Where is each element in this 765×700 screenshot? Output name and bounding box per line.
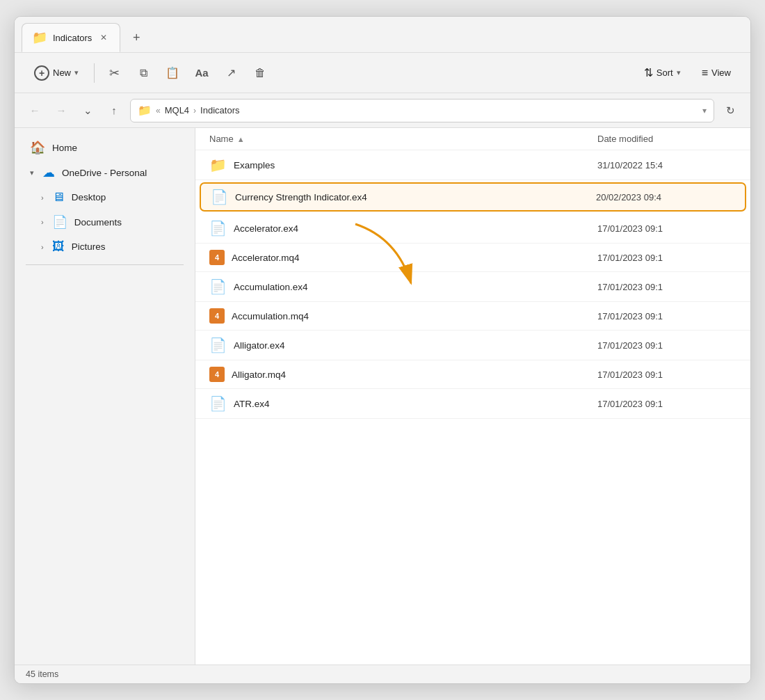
sidebar-divider (26, 264, 184, 265)
table-row[interactable]: 4Alligator.mq417/01/2023 09:1 (195, 360, 750, 389)
sidebar: 🏠 Home ▾ ☁ OneDrive - Personal › 🖥 Deskt… (15, 128, 195, 665)
desktop-expand-icon: › (41, 193, 44, 202)
desktop-icon: 🖥 (52, 190, 65, 205)
file-name: Accumulation.mq4 (232, 311, 590, 321)
file-icon: 📄 (209, 395, 227, 412)
onedrive-icon: ☁ (42, 165, 55, 180)
breadcrumb-separator-1: « (156, 106, 161, 116)
file-name: Currency Strength Indicator.ex4 (235, 192, 589, 202)
file-date: 31/10/2022 15:4 (597, 160, 736, 170)
new-plus-icon: + (34, 65, 49, 81)
sidebar-item-home-label: Home (52, 143, 77, 153)
view-button[interactable]: ≡ View (693, 63, 739, 83)
status-text: 45 items (26, 669, 58, 679)
pictures-expand-icon: › (41, 243, 44, 251)
rename-icon: Aa (195, 67, 208, 79)
sidebar-item-onedrive[interactable]: ▾ ☁ OneDrive - Personal (19, 160, 191, 185)
paste-icon: 📋 (166, 66, 179, 79)
table-row[interactable]: 📄Accumulation.ex417/01/2023 09:1 (195, 272, 750, 302)
rename-button[interactable]: Aa (189, 61, 214, 86)
column-name[interactable]: Name ▲ (209, 134, 597, 144)
toolbar-separator-1 (94, 63, 95, 83)
up-button[interactable]: ↑ (104, 100, 124, 121)
delete-icon: 🗑 (255, 67, 266, 79)
documents-icon: 📄 (52, 214, 67, 230)
tab-close-button[interactable]: ✕ (97, 31, 110, 44)
file-icon: 📄 (211, 189, 228, 205)
table-row[interactable]: 📄Accelerator.ex417/01/2023 09:1 (195, 214, 750, 244)
view-icon: ≡ (702, 67, 708, 79)
share-button[interactable]: ↗ (218, 61, 243, 86)
new-label: New (53, 67, 71, 78)
sort-icon: ⇅ (644, 66, 653, 79)
delete-button[interactable]: 🗑 (248, 61, 273, 86)
file-icon: 📄 (209, 278, 227, 295)
file-name: Accumulation.ex4 (234, 282, 590, 292)
active-tab[interactable]: 📁 Indicators ✕ (22, 23, 120, 52)
new-chevron-icon: ▾ (74, 68, 79, 77)
status-bar: 45 items (15, 665, 750, 683)
forward-button[interactable]: → (51, 100, 72, 121)
file-date: 17/01/2023 09:1 (597, 253, 736, 263)
sidebar-item-onedrive-label: OneDrive - Personal (62, 168, 147, 178)
refresh-button[interactable]: ↻ (720, 100, 741, 121)
address-bar: ← → ⌄ ↑ 📁 « MQL4 › Indicators ▾ ↻ (15, 93, 750, 128)
mq4-icon: 4 (209, 308, 225, 324)
new-tab-button[interactable]: + (124, 26, 148, 49)
mq4-icon: 4 (209, 367, 225, 382)
file-name: ATR.ex4 (234, 399, 590, 409)
sort-button[interactable]: ⇅ Sort ▾ (636, 62, 689, 83)
breadcrumb-folder-icon: 📁 (138, 104, 152, 117)
documents-expand-icon: › (41, 218, 44, 226)
sidebar-item-home[interactable]: 🏠 Home (19, 135, 191, 160)
column-sort-arrow: ▲ (237, 135, 245, 143)
table-row[interactable]: 📄ATR.ex417/01/2023 09:1 (195, 389, 750, 419)
sidebar-item-pictures[interactable]: › 🖼 Pictures (19, 234, 191, 259)
file-rows-container: 📁Examples31/10/2022 15:4📄Currency Streng… (195, 150, 750, 419)
sort-label: Sort (657, 67, 673, 78)
sidebar-item-pictures-label: Pictures (72, 241, 106, 252)
home-icon: 🏠 (30, 140, 45, 155)
paste-button[interactable]: 📋 (160, 61, 185, 86)
file-name: Accelerator.ex4 (234, 223, 590, 234)
copy-icon: ⧉ (140, 67, 147, 79)
sidebar-item-desktop-label: Desktop (72, 192, 106, 202)
folder-icon: 📁 (209, 157, 227, 173)
column-date-label: Date modified (597, 134, 653, 144)
file-name: Accelerator.mq4 (232, 253, 590, 263)
table-row[interactable]: 📁Examples31/10/2022 15:4 (195, 150, 750, 180)
copy-button[interactable]: ⧉ (131, 61, 156, 86)
breadcrumb-expand-icon: ▾ (702, 106, 707, 116)
table-row[interactable]: 📄Currency Strength Indicator.ex420/02/20… (200, 182, 746, 212)
tab-title: Indicators (53, 33, 92, 43)
back-button[interactable]: ← (24, 100, 45, 121)
file-date: 20/02/2023 09:4 (596, 192, 735, 202)
file-list-header: Name ▲ Date modified (195, 128, 750, 150)
cut-button[interactable]: ✂ (102, 61, 127, 86)
tab-folder-icon: 📁 (32, 30, 47, 45)
table-row[interactable]: 4Accumulation.mq417/01/2023 09:1 (195, 302, 750, 331)
expand-button[interactable]: ⌄ (77, 100, 98, 121)
file-date: 17/01/2023 09:1 (597, 282, 736, 292)
file-name: Examples (234, 160, 590, 170)
sidebar-item-documents[interactable]: › 📄 Documents (19, 209, 191, 234)
main-content: 🏠 Home ▾ ☁ OneDrive - Personal › 🖥 Deskt… (15, 128, 750, 665)
sidebar-item-desktop[interactable]: › 🖥 Desktop (19, 185, 191, 209)
file-list: Name ▲ Date modified 📁Examples31/10/2022… (195, 128, 750, 665)
toolbar: + New ▾ ✂ ⧉ 📋 Aa ↗ 🗑 ⇅ Sort ▾ ≡ (15, 53, 750, 93)
table-row[interactable]: 4Accelerator.mq417/01/2023 09:1 (195, 244, 750, 272)
breadcrumb-indicators: Indicators (200, 105, 239, 116)
file-date: 17/01/2023 09:1 (597, 369, 736, 380)
table-row[interactable]: 📄Alligator.ex417/01/2023 09:1 (195, 331, 750, 360)
breadcrumb-mql4: MQL4 (165, 105, 189, 116)
new-button[interactable]: + New ▾ (26, 61, 87, 85)
title-bar: 📁 Indicators ✕ + (15, 17, 750, 53)
column-date[interactable]: Date modified (597, 134, 736, 144)
file-date: 17/01/2023 09:1 (597, 223, 736, 234)
cut-icon: ✂ (109, 65, 120, 81)
view-label: View (711, 67, 731, 78)
file-name: Alligator.ex4 (234, 340, 590, 351)
file-icon: 📄 (209, 337, 227, 353)
breadcrumb-arrow-icon: › (193, 106, 196, 116)
breadcrumb[interactable]: 📁 « MQL4 › Indicators ▾ (130, 99, 714, 122)
